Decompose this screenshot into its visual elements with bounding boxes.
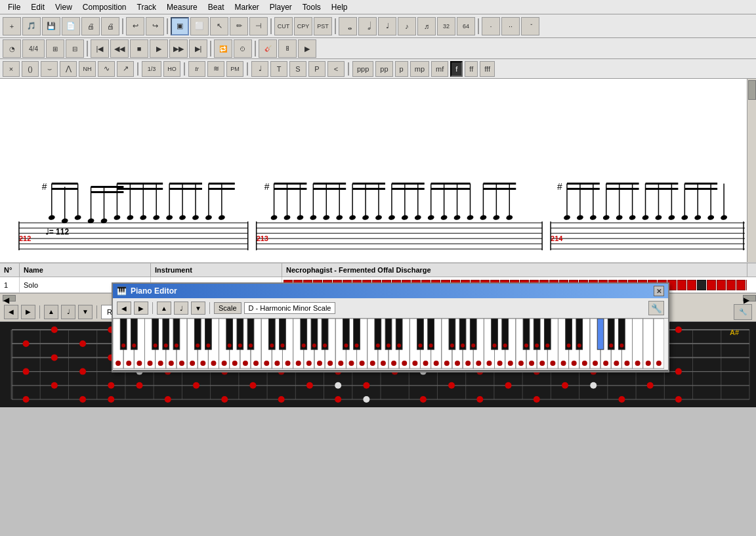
time-sig-button[interactable]: 4/4 [22, 39, 45, 58]
stop-button[interactable]: ■ [130, 39, 148, 58]
prev-button[interactable]: ◀◀ [110, 39, 129, 58]
frame-button[interactable]: P [308, 61, 326, 77]
bottom-down-button[interactable]: ▼ [78, 305, 93, 319]
dot-button[interactable]: · [482, 17, 500, 35]
copy-button[interactable]: CPY [294, 17, 312, 35]
sep-4 [335, 18, 336, 34]
print-preview-button[interactable]: 🖨 [101, 17, 119, 35]
menu-edit[interactable]: Edit [26, 1, 50, 13]
menu-file[interactable]: File [3, 1, 26, 13]
bar-display-1[interactable]: ⊞ [46, 39, 64, 58]
bottom-settings-button[interactable]: 🔧 [734, 304, 752, 320]
cursor-button[interactable]: ↖ [210, 17, 228, 35]
redo-button[interactable]: ↪ [146, 17, 164, 35]
ho-button[interactable]: HO [163, 61, 180, 77]
dynamic-f[interactable]: f [450, 61, 463, 77]
score-vscrollbar-thumb[interactable] [748, 80, 756, 100]
piano-up-button[interactable]: ▲ [157, 302, 171, 315]
loop-button[interactable]: 🔁 [214, 39, 232, 58]
bottom-prev-button[interactable]: ◀ [4, 305, 18, 319]
double-dot-button[interactable]: ·· [501, 17, 520, 35]
menu-view[interactable]: View [50, 1, 77, 13]
save-button[interactable]: 💾 [42, 17, 60, 35]
pencil-button[interactable]: ✏ [230, 17, 248, 35]
sep-n1 [137, 62, 138, 76]
piano-title-bar[interactable]: 🎹 Piano Editor ✕ [113, 284, 668, 298]
new-button[interactable]: + [3, 17, 21, 35]
menu-marker[interactable]: Marker [229, 1, 264, 13]
dynamic-ppp[interactable]: ppp [352, 61, 373, 77]
dynamic-ff[interactable]: ff [465, 61, 478, 77]
eighth-note-button[interactable]: ♪ [398, 17, 416, 35]
menu-help[interactable]: Help [326, 1, 353, 13]
save-as-button[interactable]: 📄 [62, 17, 80, 35]
dynamic-mf[interactable]: mf [431, 61, 448, 77]
menu-composition[interactable]: Composition [77, 1, 132, 13]
print-button[interactable]: 🖨 [81, 17, 100, 35]
whammy-button[interactable]: ≋ [207, 61, 224, 77]
bottom-next-button[interactable]: ▶ [21, 305, 35, 319]
eraser-button[interactable]: ⊣ [249, 17, 268, 35]
text-button[interactable]: T [270, 61, 287, 77]
note-button[interactable]: ♩ [251, 61, 268, 77]
rewind-button[interactable]: |◀ [91, 39, 109, 58]
menu-beat[interactable]: Beat [203, 1, 230, 13]
piano-settings-button[interactable]: 🔧 [648, 301, 664, 315]
piano-scale-value: D - Harmonic Minor Scale [244, 302, 336, 314]
sfz-button[interactable]: ⋀ [60, 61, 77, 77]
play-button[interactable]: ▶ [150, 39, 168, 58]
playback-button[interactable]: ▶ [298, 39, 316, 58]
menu-tools[interactable]: Tools [297, 1, 326, 13]
nh-button[interactable]: NH [79, 61, 96, 77]
bar-display-2[interactable]: ⊟ [66, 39, 84, 58]
chord-sym-button[interactable]: S [289, 61, 306, 77]
piano-next-button[interactable]: ▶ [134, 302, 148, 315]
menu-track[interactable]: Track [132, 1, 162, 13]
dynamic-pp[interactable]: pp [375, 61, 392, 77]
slur-button[interactable]: ⌣ [41, 61, 58, 77]
piano-keyboard[interactable] [113, 319, 668, 371]
guitar-button[interactable]: 🎸 [259, 39, 277, 58]
let-ring-button[interactable]: ↗ [117, 61, 134, 77]
vibrato-button[interactable]: ∿ [98, 61, 115, 77]
dynamic-mp[interactable]: mp [410, 61, 429, 77]
piano-prev-button[interactable]: ◀ [117, 302, 131, 315]
rest-button[interactable]: 𝄻 [521, 17, 539, 35]
dynamic-p[interactable]: p [395, 61, 408, 77]
piano-down-button[interactable]: ▼ [191, 302, 205, 315]
track-hscrollbar-left[interactable]: ◀ [3, 295, 16, 302]
tr-button[interactable]: tr [188, 61, 205, 77]
score-vscrollbar[interactable] [747, 79, 756, 262]
track-header-instrument: Instrument [151, 263, 282, 277]
count-in-button[interactable]: ⏲ [234, 39, 252, 58]
bottom-note-button[interactable]: ♩ [61, 305, 75, 319]
select-button[interactable]: ▣ [171, 17, 189, 35]
piano-close-button[interactable]: ✕ [654, 286, 664, 296]
arrow-button[interactable]: < [327, 61, 345, 77]
paste-button[interactable]: PST [314, 17, 332, 35]
dynamic-fff[interactable]: fff [480, 61, 495, 77]
menu-measure[interactable]: Measure [161, 1, 203, 13]
mixer-button[interactable]: 🎚 [278, 39, 297, 58]
third-button[interactable]: 1/3 [142, 61, 161, 77]
end-button[interactable]: ▶| [189, 39, 207, 58]
next-button[interactable]: ▶▶ [169, 39, 188, 58]
menu-player[interactable]: Player [264, 1, 297, 13]
16th-note-button[interactable]: ♬ [417, 17, 436, 35]
track-hscrollbar-right[interactable]: ▶ [743, 295, 756, 302]
undo-button[interactable]: ↩ [126, 17, 144, 35]
whole-note-button[interactable]: 𝅝 [339, 17, 357, 35]
select-all-button[interactable]: ⬜ [190, 17, 209, 35]
open-music-button[interactable]: 🎵 [22, 17, 41, 35]
pm-button[interactable]: PM [226, 61, 243, 77]
half-note-button[interactable]: 𝅗𝅥 [358, 17, 377, 35]
tuplet-button[interactable]: () [22, 61, 39, 77]
quarter-note-button[interactable]: ♩ [378, 17, 396, 35]
metronome-button[interactable]: ◔ [3, 39, 21, 58]
cut-button[interactable]: CUT [274, 17, 293, 35]
bottom-up-button[interactable]: ▲ [44, 305, 58, 319]
64th-note-button[interactable]: 64 [457, 17, 475, 35]
32nd-note-button[interactable]: 32 [437, 17, 455, 35]
tie-button[interactable]: × [3, 61, 20, 77]
piano-note-button[interactable]: ♩ [174, 302, 188, 315]
